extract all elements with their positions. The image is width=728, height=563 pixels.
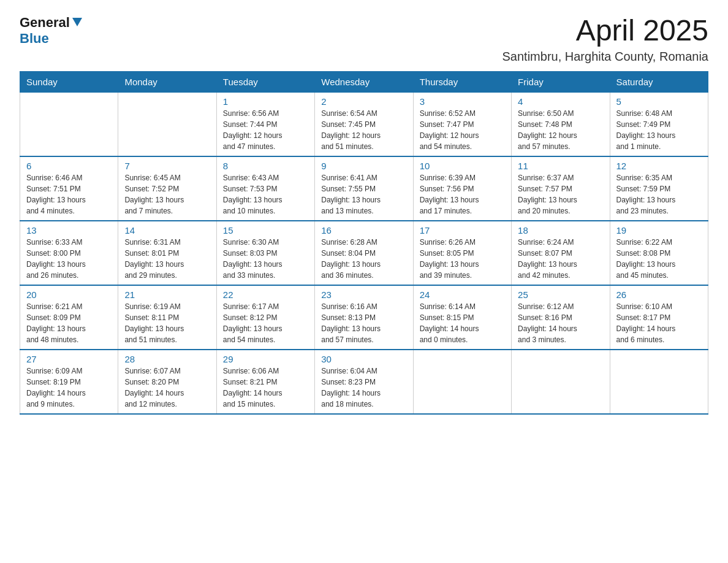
day-info: Sunrise: 6:26 AM Sunset: 8:05 PM Dayligh… [420,237,505,281]
calendar-week-row: 1Sunrise: 6:56 AM Sunset: 7:44 PM Daylig… [20,92,708,156]
calendar-week-row: 6Sunrise: 6:46 AM Sunset: 7:51 PM Daylig… [20,156,708,221]
weekday-header-row: SundayMondayTuesdayWednesdayThursdayFrid… [20,71,708,92]
day-number: 26 [616,289,702,300]
day-number: 3 [420,96,505,107]
calendar-cell: 22Sunrise: 6:17 AM Sunset: 8:12 PM Dayli… [216,285,314,350]
weekday-header-monday: Monday [118,71,216,92]
day-info: Sunrise: 6:30 AM Sunset: 8:03 PM Dayligh… [223,237,308,281]
day-info: Sunrise: 6:10 AM Sunset: 8:17 PM Dayligh… [616,301,702,345]
day-number: 9 [321,161,406,171]
calendar-cell: 11Sunrise: 6:37 AM Sunset: 7:57 PM Dayli… [512,156,610,221]
calendar-cell [413,350,511,414]
day-number: 30 [321,354,406,364]
day-info: Sunrise: 6:46 AM Sunset: 7:51 PM Dayligh… [26,172,112,216]
day-info: Sunrise: 6:54 AM Sunset: 7:45 PM Dayligh… [321,108,406,152]
day-info: Sunrise: 6:12 AM Sunset: 8:16 PM Dayligh… [518,301,603,345]
day-number: 13 [26,225,112,236]
weekday-header-thursday: Thursday [413,71,511,92]
calendar-cell: 3Sunrise: 6:52 AM Sunset: 7:47 PM Daylig… [413,92,511,156]
day-info: Sunrise: 6:52 AM Sunset: 7:47 PM Dayligh… [420,108,505,152]
day-info: Sunrise: 6:50 AM Sunset: 7:48 PM Dayligh… [518,108,603,152]
day-info: Sunrise: 6:35 AM Sunset: 7:59 PM Dayligh… [616,172,702,216]
day-info: Sunrise: 6:33 AM Sunset: 8:00 PM Dayligh… [26,237,112,281]
calendar-cell: 14Sunrise: 6:31 AM Sunset: 8:01 PM Dayli… [118,221,216,285]
day-number: 22 [223,289,308,300]
day-info: Sunrise: 6:09 AM Sunset: 8:19 PM Dayligh… [26,366,112,410]
day-info: Sunrise: 6:28 AM Sunset: 8:04 PM Dayligh… [321,237,406,281]
logo-blue: Blue [20,31,49,46]
day-info: Sunrise: 6:21 AM Sunset: 8:09 PM Dayligh… [26,301,112,345]
day-info: Sunrise: 6:04 AM Sunset: 8:23 PM Dayligh… [321,366,406,410]
calendar-cell: 2Sunrise: 6:54 AM Sunset: 7:45 PM Daylig… [315,92,413,156]
calendar-cell: 1Sunrise: 6:56 AM Sunset: 7:44 PM Daylig… [216,92,314,156]
calendar-cell [512,350,610,414]
logo-general: General [20,15,70,31]
day-number: 21 [124,289,210,300]
calendar-cell: 10Sunrise: 6:39 AM Sunset: 7:56 PM Dayli… [413,156,511,221]
day-info: Sunrise: 6:16 AM Sunset: 8:13 PM Dayligh… [321,301,406,345]
day-info: Sunrise: 6:14 AM Sunset: 8:15 PM Dayligh… [420,301,505,345]
day-info: Sunrise: 6:48 AM Sunset: 7:49 PM Dayligh… [616,108,702,152]
calendar-cell: 15Sunrise: 6:30 AM Sunset: 8:03 PM Dayli… [216,221,314,285]
calendar-week-row: 13Sunrise: 6:33 AM Sunset: 8:00 PM Dayli… [20,221,708,285]
day-info: Sunrise: 6:43 AM Sunset: 7:53 PM Dayligh… [223,172,308,216]
calendar-cell: 7Sunrise: 6:45 AM Sunset: 7:52 PM Daylig… [118,156,216,221]
logo-text: General Blue [20,15,83,47]
calendar-cell: 18Sunrise: 6:24 AM Sunset: 8:07 PM Dayli… [512,221,610,285]
weekday-header-wednesday: Wednesday [315,71,413,92]
day-number: 16 [321,225,406,236]
calendar-cell: 30Sunrise: 6:04 AM Sunset: 8:23 PM Dayli… [315,350,413,414]
day-number: 2 [321,96,406,107]
day-number: 5 [616,96,702,107]
day-number: 6 [26,161,112,171]
weekday-header-sunday: Sunday [20,71,118,92]
calendar-cell: 20Sunrise: 6:21 AM Sunset: 8:09 PM Dayli… [20,285,118,350]
calendar-cell: 25Sunrise: 6:12 AM Sunset: 8:16 PM Dayli… [512,285,610,350]
calendar-cell: 29Sunrise: 6:06 AM Sunset: 8:21 PM Dayli… [216,350,314,414]
day-number: 11 [518,161,603,171]
calendar-cell: 28Sunrise: 6:07 AM Sunset: 8:20 PM Dayli… [118,350,216,414]
weekday-header-friday: Friday [512,71,610,92]
day-number: 18 [518,225,603,236]
day-number: 15 [223,225,308,236]
page-header: General Blue April 2025 Santimbru, Hargh… [20,15,708,64]
calendar-cell: 26Sunrise: 6:10 AM Sunset: 8:17 PM Dayli… [610,285,708,350]
day-number: 17 [420,225,505,236]
day-number: 29 [223,354,308,364]
day-info: Sunrise: 6:22 AM Sunset: 8:08 PM Dayligh… [616,237,702,281]
day-number: 4 [518,96,603,107]
calendar-week-row: 27Sunrise: 6:09 AM Sunset: 8:19 PM Dayli… [20,350,708,414]
calendar-cell [610,350,708,414]
calendar-cell: 21Sunrise: 6:19 AM Sunset: 8:11 PM Dayli… [118,285,216,350]
calendar-cell: 6Sunrise: 6:46 AM Sunset: 7:51 PM Daylig… [20,156,118,221]
svg-marker-0 [72,18,82,26]
day-number: 19 [616,225,702,236]
day-number: 28 [124,354,210,364]
day-number: 23 [321,289,406,300]
day-number: 24 [420,289,505,300]
day-info: Sunrise: 6:19 AM Sunset: 8:11 PM Dayligh… [124,301,210,345]
day-number: 25 [518,289,603,300]
logo-triangle-icon [71,15,83,28]
day-info: Sunrise: 6:45 AM Sunset: 7:52 PM Dayligh… [124,172,210,216]
month-title: April 2025 [502,15,708,47]
calendar-cell: 27Sunrise: 6:09 AM Sunset: 8:19 PM Dayli… [20,350,118,414]
calendar-cell: 4Sunrise: 6:50 AM Sunset: 7:48 PM Daylig… [512,92,610,156]
weekday-header-tuesday: Tuesday [216,71,314,92]
title-area: April 2025 Santimbru, Harghita County, R… [502,15,708,64]
day-number: 27 [26,354,112,364]
day-number: 1 [223,96,308,107]
location-text: Santimbru, Harghita County, Romania [502,50,708,64]
day-number: 14 [124,225,210,236]
calendar-cell: 5Sunrise: 6:48 AM Sunset: 7:49 PM Daylig… [610,92,708,156]
day-number: 8 [223,161,308,171]
calendar-cell [118,92,216,156]
day-info: Sunrise: 6:41 AM Sunset: 7:55 PM Dayligh… [321,172,406,216]
logo: General Blue [20,15,83,47]
calendar-cell: 8Sunrise: 6:43 AM Sunset: 7:53 PM Daylig… [216,156,314,221]
calendar-cell: 16Sunrise: 6:28 AM Sunset: 8:04 PM Dayli… [315,221,413,285]
day-info: Sunrise: 6:56 AM Sunset: 7:44 PM Dayligh… [223,108,308,152]
day-info: Sunrise: 6:37 AM Sunset: 7:57 PM Dayligh… [518,172,603,216]
calendar-cell: 23Sunrise: 6:16 AM Sunset: 8:13 PM Dayli… [315,285,413,350]
calendar-cell: 19Sunrise: 6:22 AM Sunset: 8:08 PM Dayli… [610,221,708,285]
